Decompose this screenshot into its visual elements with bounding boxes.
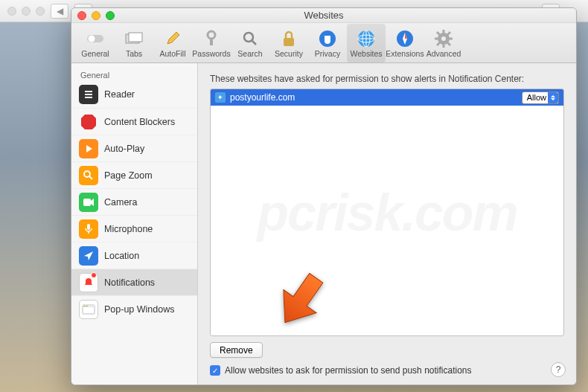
stop-icon [79, 112, 98, 132]
compass-icon [394, 28, 415, 49]
sidebar-item-label: Pop-up Windows [104, 304, 175, 315]
zoom-window-button[interactable] [106, 11, 115, 20]
checkbox-checked-icon[interactable]: ✓ [210, 365, 220, 376]
window-title: Websites [71, 10, 576, 21]
toolbar-item-privacy[interactable]: Privacy [308, 24, 347, 62]
window-traffic-lights [77, 11, 115, 20]
preferences-window: Websites General Tabs AutoFill Passwords… [71, 7, 577, 385]
svg-point-33 [84, 171, 90, 177]
website-row[interactable]: ✦ postyourlife.com Allow [211, 89, 563, 106]
sidebar-item-reader[interactable]: Reader [71, 81, 197, 108]
svg-point-8 [244, 33, 253, 42]
zoom-icon [79, 166, 98, 185]
help-button[interactable]: ? [551, 362, 566, 377]
site-favicon-icon: ✦ [215, 92, 226, 103]
dot-disabled [36, 7, 45, 16]
notification-badge [91, 272, 97, 278]
preferences-toolbar: General Tabs AutoFill Passwords Search S… [71, 23, 576, 63]
lock-icon [278, 28, 299, 49]
svg-point-19 [441, 36, 446, 41]
toolbar-item-security[interactable]: Security [269, 24, 308, 62]
hand-icon [317, 28, 338, 49]
browser-traffic-lights [7, 7, 45, 16]
panel-description: These websites have asked for permission… [210, 74, 564, 84]
toolbar-item-general[interactable]: General [76, 24, 115, 62]
svg-line-9 [252, 41, 256, 45]
websites-list[interactable]: pcrisk.com ✦ postyourlife.com Allow [210, 89, 564, 336]
svg-rect-10 [284, 38, 294, 46]
allow-prompt-checkbox-row[interactable]: ✓ Allow websites to ask for permission t… [210, 365, 564, 376]
play-icon [79, 139, 98, 158]
tabs-icon [124, 28, 144, 49]
svg-line-24 [437, 32, 440, 35]
minimize-window-button[interactable] [92, 11, 100, 20]
toolbar-label: Security [275, 49, 303, 58]
svg-rect-35 [83, 199, 91, 206]
svg-point-44 [86, 305, 88, 306]
toolbar-label: Passwords [192, 49, 230, 58]
sidebar-item-page-zoom[interactable]: Page Zoom [71, 161, 197, 188]
toolbar-item-tabs[interactable]: Tabs [115, 24, 153, 62]
svg-point-42 [83, 305, 85, 306]
gear-icon [433, 28, 454, 49]
toolbar-item-websites[interactable]: Websites [347, 24, 386, 62]
toolbar-label: Search [237, 49, 262, 58]
key-icon [201, 28, 222, 49]
toolbar-item-search[interactable]: Search [231, 24, 269, 62]
svg-point-3 [89, 35, 95, 42]
sidebar-item-camera[interactable]: Camera [71, 188, 197, 215]
toolbar-item-advanced[interactable]: Advanced [424, 24, 463, 62]
sidebar-item-label: Camera [104, 197, 137, 208]
reader-icon [79, 85, 98, 104]
sidebar-item-location[interactable]: Location [71, 242, 197, 269]
button-label: Remove [220, 345, 253, 356]
remove-button[interactable]: Remove [210, 342, 263, 358]
toolbar-item-autofill[interactable]: AutoFill [153, 24, 192, 62]
sidebar: General Reader Content Blockers Auto-Pla… [71, 63, 198, 385]
toolbar-label: Privacy [315, 49, 340, 58]
camera-icon [79, 193, 98, 212]
sidebar-item-label: Content Blockers [104, 117, 175, 127]
dot-disabled [7, 7, 16, 16]
sidebar-header: General [71, 68, 197, 81]
chevrons-icon [548, 92, 558, 103]
svg-marker-32 [86, 145, 92, 152]
sidebar-item-label: Notifications [104, 277, 155, 288]
svg-marker-39 [84, 251, 93, 260]
toolbar-label: Websites [351, 49, 383, 58]
toolbar-item-passwords[interactable]: Passwords [192, 24, 231, 62]
dot-disabled [22, 7, 31, 16]
microphone-icon [79, 219, 98, 239]
back-button[interactable]: ◀ [51, 4, 68, 19]
sidebar-item-popup-windows[interactable]: Pop-up Windows [71, 295, 197, 322]
sidebar-item-microphone[interactable]: Microphone [71, 215, 197, 242]
switch-icon [85, 28, 106, 49]
svg-line-26 [447, 32, 450, 35]
svg-rect-37 [87, 224, 90, 230]
svg-line-25 [447, 42, 450, 45]
svg-point-43 [85, 305, 86, 306]
toolbar-label: AutoFill [159, 49, 185, 58]
permission-value: Allow [527, 93, 546, 102]
sidebar-item-auto-play[interactable]: Auto-Play [71, 135, 197, 161]
window-icon [79, 300, 98, 319]
sidebar-item-content-blockers[interactable]: Content Blockers [71, 108, 197, 135]
svg-line-27 [437, 42, 440, 45]
toolbar-label: General [81, 49, 109, 58]
svg-marker-31 [81, 115, 96, 129]
website-row-domain: postyourlife.com [230, 92, 522, 103]
watermark-text: pcrisk.com [257, 183, 517, 242]
pencil-icon [162, 28, 183, 49]
sidebar-item-label: Location [104, 251, 139, 261]
sidebar-item-label: Page Zoom [104, 170, 153, 181]
toolbar-item-extensions[interactable]: Extensions [386, 24, 424, 62]
checkbox-label: Allow websites to ask for permission to … [225, 365, 472, 376]
permission-select[interactable]: Allow [522, 91, 559, 104]
svg-line-34 [89, 176, 92, 179]
help-label: ? [556, 364, 561, 375]
sidebar-item-label: Microphone [104, 224, 153, 234]
sidebar-item-notifications[interactable]: Notifications [71, 269, 197, 295]
titlebar: Websites [71, 8, 576, 23]
close-window-button[interactable] [77, 11, 86, 20]
toolbar-label: Advanced [426, 49, 461, 58]
